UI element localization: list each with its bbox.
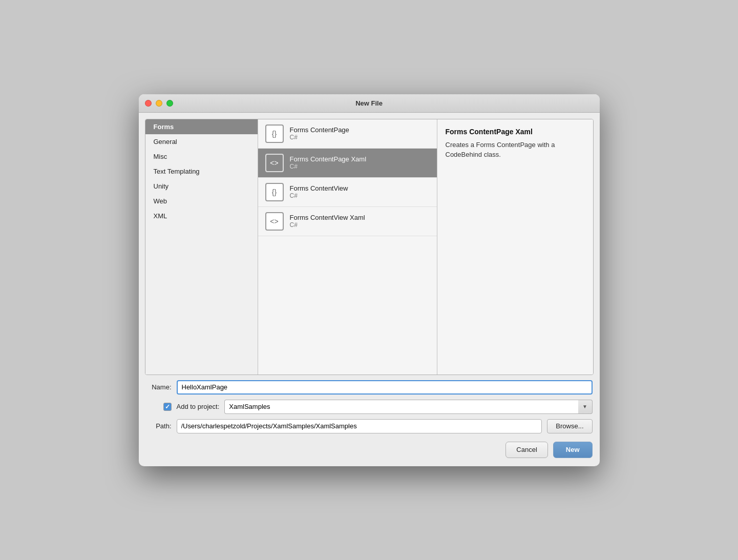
file-name: Forms ContentView Xaml — [290, 214, 365, 221]
file-name: Forms ContentPage Xaml — [290, 155, 367, 163]
name-input[interactable] — [177, 380, 593, 395]
file-item-forms-contentview[interactable]: {}Forms ContentViewC# — [258, 178, 437, 207]
right-panel: Forms ContentPage Xaml Creates a Forms C… — [437, 119, 593, 375]
checkmark-icon: ✓ — [165, 403, 170, 410]
checkbox-area: ✓ — [146, 403, 172, 411]
add-to-project-checkbox[interactable]: ✓ — [163, 403, 172, 411]
file-info: Forms ContentPageC# — [290, 126, 349, 141]
right-panel-description: Creates a Forms ContentPage with a CodeB… — [446, 140, 585, 160]
chevron-down-icon: ▼ — [582, 404, 587, 409]
file-info: Forms ContentView XamlC# — [290, 214, 365, 229]
file-type-icon: {} — [265, 183, 284, 201]
file-type-icon: <> — [265, 212, 284, 231]
browse-button[interactable]: Browse... — [547, 419, 592, 433]
traffic-lights — [145, 100, 173, 107]
file-info: Forms ContentPage XamlC# — [290, 155, 367, 170]
file-item-forms-contentpage-xaml[interactable]: <>Forms ContentPage XamlC# — [258, 149, 437, 178]
file-item-forms-contentpage[interactable]: {}Forms ContentPageC# — [258, 119, 437, 149]
sidebar-item-xml[interactable]: XML — [145, 209, 258, 223]
project-select-wrapper: ▼ — [224, 400, 592, 414]
file-type-icon: <> — [265, 154, 284, 172]
file-name: Forms ContentView — [290, 184, 348, 192]
project-select[interactable] — [224, 400, 578, 414]
close-button[interactable] — [145, 100, 152, 107]
sidebar-item-general[interactable]: General — [145, 134, 258, 149]
sidebar-item-forms[interactable]: Forms — [145, 119, 258, 134]
project-dropdown-button[interactable]: ▼ — [578, 400, 593, 414]
file-info: Forms ContentViewC# — [290, 184, 348, 199]
new-file-dialog: New File FormsGeneralMiscText Templating… — [139, 94, 600, 466]
titlebar: New File — [139, 94, 600, 113]
file-subtype: C# — [290, 163, 367, 170]
maximize-button[interactable] — [166, 100, 173, 107]
right-panel-title: Forms ContentPage Xaml — [446, 128, 585, 136]
name-row: Name: — [146, 380, 593, 395]
path-row: Path: Browse... — [146, 419, 593, 433]
add-to-project-label: Add to project: — [177, 403, 220, 410]
button-row: Cancel New — [146, 439, 593, 460]
main-content: FormsGeneralMiscText TemplatingUnityWebX… — [139, 113, 600, 466]
file-item-forms-contentview-xaml[interactable]: <>Forms ContentView XamlC# — [258, 207, 437, 236]
new-button[interactable]: New — [553, 442, 593, 458]
path-input[interactable] — [177, 419, 542, 433]
dialog-title: New File — [355, 99, 383, 107]
file-subtype: C# — [290, 192, 348, 199]
sidebar-item-web[interactable]: Web — [145, 194, 258, 209]
file-type-icon: {} — [265, 125, 284, 143]
sidebar-item-unity[interactable]: Unity — [145, 179, 258, 194]
sidebar-item-misc[interactable]: Misc — [145, 149, 258, 164]
project-row: ✓ Add to project: ▼ — [146, 400, 593, 414]
left-panel: FormsGeneralMiscText TemplatingUnityWebX… — [145, 119, 258, 375]
sidebar-item-text-templating[interactable]: Text Templating — [145, 164, 258, 179]
panels-container: FormsGeneralMiscText TemplatingUnityWebX… — [145, 119, 594, 375]
cancel-button[interactable]: Cancel — [505, 442, 547, 458]
name-label: Name: — [146, 383, 172, 391]
middle-panel: {}Forms ContentPageC#<>Forms ContentPage… — [258, 119, 437, 375]
file-subtype: C# — [290, 134, 349, 141]
minimize-button[interactable] — [156, 100, 162, 107]
file-name: Forms ContentPage — [290, 126, 349, 134]
bottom-section: Name: ✓ Add to project: ▼ — [145, 380, 594, 460]
file-subtype: C# — [290, 221, 365, 229]
path-label: Path: — [146, 422, 172, 430]
